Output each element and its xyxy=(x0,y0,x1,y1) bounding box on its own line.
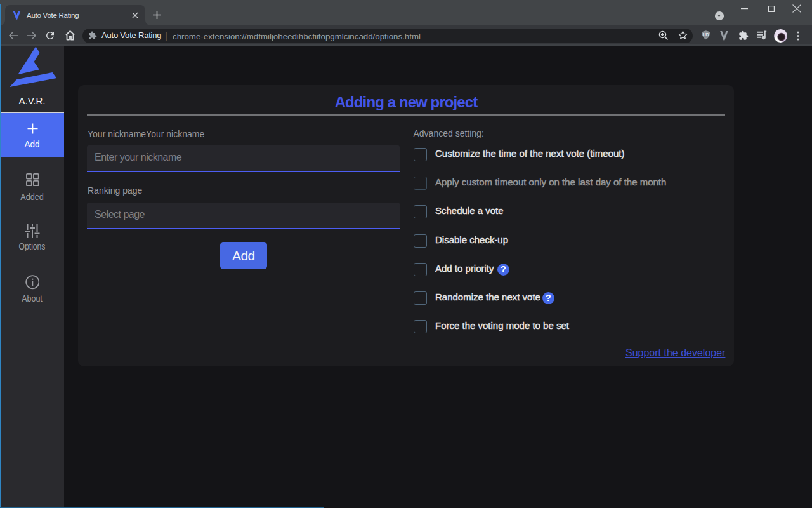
svg-text:UD: UD xyxy=(703,32,709,37)
